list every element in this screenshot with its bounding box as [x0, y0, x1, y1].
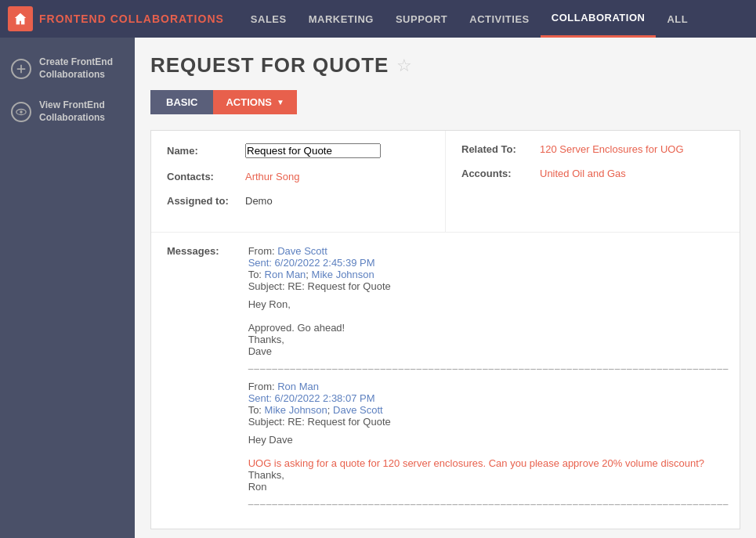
msg2-body: Hey Dave UOG is asking for a quote for 1…	[248, 434, 719, 493]
form-top: Name: Contacts: Arthur Song Assigned to:…	[151, 131, 740, 233]
nav-sales[interactable]: SALES	[240, 0, 298, 38]
plus-icon	[11, 59, 31, 79]
contacts-value[interactable]: Arthur Song	[245, 171, 299, 182]
accounts-value[interactable]: United Oil and Gas	[540, 168, 626, 179]
star-icon[interactable]: ☆	[396, 56, 412, 76]
sidebar: Create FrontEnd Collaborations View Fron…	[0, 38, 135, 538]
sidebar-item-create[interactable]: Create FrontEnd Collaborations	[0, 47, 135, 90]
name-label: Name:	[167, 145, 245, 157]
field-accounts: Accounts: United Oil and Gas	[461, 168, 724, 179]
brand-label: FRONTEND COLLABORATIONS	[39, 13, 224, 25]
nav-all[interactable]: ALL	[656, 0, 699, 38]
sidebar-create-label: Create FrontEnd Collaborations	[39, 56, 124, 81]
tabs: BASIC ACTIONS ▼	[150, 90, 740, 114]
top-nav: FRONTEND COLLABORATIONS SALES MARKETING …	[0, 0, 756, 38]
contacts-label: Contacts:	[167, 171, 245, 182]
divider-2: ––––––––––––––––––––––––––––––––––––––––…	[248, 499, 719, 510]
messages-label: Messages:	[167, 245, 245, 257]
field-name: Name:	[167, 143, 429, 158]
nav-collaboration[interactable]: COLLABORATION	[541, 0, 657, 38]
accounts-label: Accounts:	[461, 168, 540, 179]
msg1-subject: Subject: RE: Request for Quote	[248, 280, 719, 292]
form-right: Related To: 120 Server Enclosures for UO…	[446, 131, 740, 232]
assigned-value: Demo	[245, 195, 273, 207]
msg1-sent: Sent: 6/20/2022 2:45:39 PM	[248, 257, 719, 269]
divider-1: ––––––––––––––––––––––––––––––––––––––––…	[248, 363, 719, 374]
svg-point-1	[20, 110, 23, 114]
message-2: From: Ron Man Sent: 6/20/2022 2:38:07 PM…	[248, 381, 719, 493]
msg2-from: From: Ron Man	[248, 381, 719, 392]
msg1-body: Hey Ron, Approved. Go ahead! Thanks, Dav…	[248, 298, 719, 357]
layout: Create FrontEnd Collaborations View Fron…	[0, 38, 756, 538]
nav-activities[interactable]: ACTIVITIES	[458, 0, 541, 38]
field-related: Related To: 120 Server Enclosures for UO…	[461, 143, 724, 155]
related-value[interactable]: 120 Server Enclosures for UOG	[540, 143, 684, 155]
chevron-down-icon: ▼	[277, 98, 284, 107]
messages-section: Messages: From: Dave Scott Sent: 6/20/20…	[151, 233, 740, 529]
page-title-row: REQUEST FOR QUOTE ☆	[150, 53, 740, 78]
form-card: Name: Contacts: Arthur Song Assigned to:…	[150, 130, 740, 529]
nav-support[interactable]: SUPPORT	[385, 0, 458, 38]
field-assigned: Assigned to: Demo	[167, 195, 429, 207]
page-title: REQUEST FOR QUOTE	[150, 53, 389, 78]
msg2-sent: Sent: 6/20/2022 2:38:07 PM	[248, 392, 719, 404]
msg2-subject: Subject: RE: Request for Quote	[248, 416, 719, 428]
assigned-label: Assigned to:	[167, 195, 245, 207]
sidebar-view-label: View FrontEnd Collaborations	[39, 99, 124, 124]
nav-links: SALES MARKETING SUPPORT ACTIVITIES COLLA…	[240, 0, 699, 38]
msg1-to: To: Ron Man; Mike Johnson	[248, 269, 719, 280]
messages-content: From: Dave Scott Sent: 6/20/2022 2:45:39…	[248, 245, 719, 516]
sidebar-item-view[interactable]: View FrontEnd Collaborations	[0, 90, 135, 133]
name-input[interactable]	[245, 143, 381, 158]
related-label: Related To:	[461, 143, 540, 155]
eye-icon	[11, 102, 31, 122]
nav-marketing[interactable]: MARKETING	[298, 0, 385, 38]
tab-basic[interactable]: BASIC	[150, 90, 213, 114]
tab-actions[interactable]: ACTIONS ▼	[213, 90, 296, 114]
form-left: Name: Contacts: Arthur Song Assigned to:…	[151, 131, 446, 232]
field-contacts: Contacts: Arthur Song	[167, 171, 429, 182]
main-content: REQUEST FOR QUOTE ☆ BASIC ACTIONS ▼ Name…	[135, 38, 756, 538]
home-button[interactable]	[8, 6, 33, 31]
message-1: From: Dave Scott Sent: 6/20/2022 2:45:39…	[248, 245, 719, 357]
msg2-to: To: Mike Johnson; Dave Scott	[248, 404, 719, 416]
msg1-from: From: Dave Scott	[248, 245, 719, 257]
